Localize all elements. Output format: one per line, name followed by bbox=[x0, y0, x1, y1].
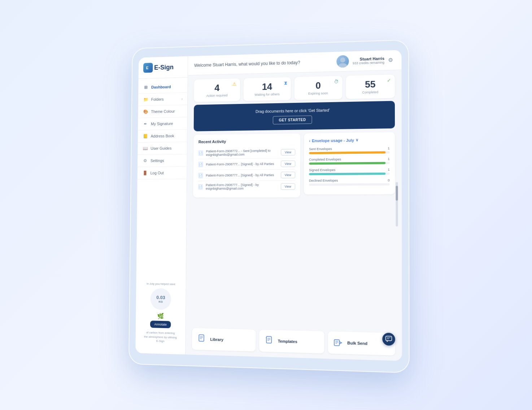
nav-item-theme-colour[interactable]: 🎨 Theme Colour bbox=[138, 105, 187, 118]
bottom-panels: Recent Activity 📄 Patient-Form-2908772..… bbox=[186, 132, 402, 333]
activity-text: Patient-Form-2908777... [Signed] - by es… bbox=[206, 183, 278, 191]
timer-icon: ⏱ bbox=[334, 79, 339, 84]
svg-point-1 bbox=[340, 57, 345, 62]
stat-action-required[interactable]: ⚠ 4 Action required bbox=[194, 78, 240, 102]
annotate-button[interactable]: Annotate bbox=[150, 321, 171, 328]
svg-rect-3 bbox=[199, 335, 204, 341]
svg-point-2 bbox=[338, 63, 347, 68]
sent-bar bbox=[309, 151, 385, 154]
left-panel: Recent Activity 📄 Patient-Form-2908772..… bbox=[192, 133, 300, 331]
welcome-text: Welcome Stuart Harris, what would you li… bbox=[194, 60, 300, 68]
bulk-send-label: Bulk Send bbox=[347, 341, 367, 346]
completed-bar-bg bbox=[309, 162, 390, 165]
library-card[interactable]: Library bbox=[192, 328, 256, 352]
carbon-cloud: 0.03 KG bbox=[150, 288, 171, 310]
sent-bar-bg bbox=[309, 151, 389, 154]
view-button[interactable]: View bbox=[281, 149, 295, 156]
nav-item-my-signature[interactable]: ✒ My Signature bbox=[138, 117, 187, 130]
templates-icon bbox=[264, 336, 274, 346]
chevron-down-icon[interactable]: ∨ bbox=[356, 138, 358, 142]
activity-item: 📄 Patient-Form-2908777... [Signed] - by … bbox=[198, 170, 295, 181]
stat-completed[interactable]: ✓ 55 Completed bbox=[346, 75, 395, 99]
settings-gear-icon[interactable]: ⚙ bbox=[388, 57, 395, 64]
upload-area: Drag documents here or click 'Get Starte… bbox=[194, 101, 395, 131]
nav-label: Folders bbox=[151, 97, 164, 101]
user-credits: 933 credits remaining bbox=[353, 61, 384, 65]
nav-item-log-out[interactable]: 🚪 Log Out bbox=[138, 167, 187, 179]
app-logo[interactable]: E E-Sign bbox=[143, 62, 183, 73]
stat-label: Waiting for others bbox=[249, 92, 285, 97]
view-button[interactable]: View bbox=[281, 172, 295, 178]
avatar bbox=[336, 55, 349, 68]
envelope-title: ‹ Envelope usage - July ∨ bbox=[309, 138, 358, 143]
nav-item-settings[interactable]: ⚙ Settings bbox=[138, 154, 187, 167]
scrollbar-thumb[interactable] bbox=[396, 186, 398, 201]
stat-number: 55 bbox=[352, 79, 389, 90]
stat-waiting-others[interactable]: ⧗ 14 Waiting for others bbox=[244, 77, 291, 101]
check-circle-icon: ✓ bbox=[387, 78, 391, 83]
declined-bar-bg bbox=[309, 183, 390, 186]
scrollbar-track[interactable] bbox=[396, 182, 398, 227]
doc-icon: 📄 bbox=[198, 184, 203, 190]
stats-row: ⚠ 4 Action required ⧗ 14 Waiting for oth… bbox=[188, 70, 402, 105]
carbon-widget: In July you helped save 0.03 KG 🌿 Annota… bbox=[140, 282, 181, 345]
envelope-completed-row: Completed Envelopes 1 bbox=[309, 157, 390, 165]
user-area: Stuart Harris 933 credits remaining ⚙ bbox=[336, 54, 395, 68]
declined-label: Declined Envelopes bbox=[309, 179, 338, 182]
nav-label: My Signature bbox=[151, 121, 173, 126]
view-button[interactable]: View bbox=[281, 183, 295, 190]
activity-text: Patient-Form-2908772... - Sent [complete… bbox=[206, 149, 278, 157]
carbon-unit: KG bbox=[156, 300, 165, 304]
nav-label: Settings bbox=[151, 158, 164, 163]
svg-rect-12 bbox=[334, 340, 339, 346]
library-icon bbox=[197, 334, 206, 344]
warning-icon: ⚠ bbox=[232, 81, 237, 87]
nav-item-dashboard[interactable]: ⊞ Dashboard bbox=[138, 80, 187, 94]
doc-icon: 📄 bbox=[198, 173, 203, 178]
nav-label: Dashboard bbox=[151, 85, 171, 90]
envelope-signed-row: Signed Envelopes 1 bbox=[309, 168, 390, 175]
stat-label: Action required bbox=[200, 93, 235, 98]
sent-count: 1 bbox=[388, 147, 389, 150]
recent-activity-title: Recent Activity bbox=[199, 139, 295, 144]
recent-activity-card: Recent Activity 📄 Patient-Form-2908772..… bbox=[193, 133, 300, 197]
hourglass-icon: ⧗ bbox=[284, 80, 287, 86]
envelope-usage-card: ‹ Envelope usage - July ∨ Sent Envelopes… bbox=[304, 132, 395, 195]
right-panel: ‹ Envelope usage - July ∨ Sent Envelopes… bbox=[304, 132, 395, 333]
nav-item-address-book[interactable]: 📒 Address Book bbox=[138, 130, 187, 143]
dashboard-icon: ⊞ bbox=[143, 84, 148, 90]
stat-number: 14 bbox=[249, 82, 285, 92]
app-name: E-Sign bbox=[154, 64, 174, 71]
settings-icon: ⚙ bbox=[142, 158, 148, 163]
carbon-title: In July you helped save bbox=[141, 282, 181, 286]
main-content: Welcome Stuart Harris, what would you li… bbox=[186, 50, 402, 361]
user-guides-icon: 📖 bbox=[143, 145, 148, 151]
templates-label: Templates bbox=[278, 339, 297, 344]
templates-card[interactable]: Templates bbox=[259, 330, 324, 353]
signed-bar-bg bbox=[309, 173, 390, 175]
completed-label: Completed Envelopes bbox=[309, 157, 341, 161]
user-info: Stuart Harris 933 credits remaining bbox=[353, 56, 384, 65]
nav-label: Address Book bbox=[151, 134, 174, 138]
stat-expiring-soon[interactable]: ⏱ 0 Expiring soon bbox=[294, 76, 342, 100]
doc-icon: 📄 bbox=[198, 162, 203, 167]
envelope-header: ‹ Envelope usage - July ∨ bbox=[309, 137, 389, 143]
bulk-send-icon bbox=[333, 337, 344, 348]
nav-item-user-guides[interactable]: 📖 User Guides bbox=[138, 142, 187, 155]
carbon-amount: 0.03 bbox=[156, 295, 165, 300]
signed-label: Signed Envelopes bbox=[309, 168, 335, 172]
svg-rect-16 bbox=[386, 336, 392, 341]
envelope-sent-row: Sent Envelopes 1 bbox=[309, 147, 389, 154]
activity-item: 📄 Patient-Form-2908777... [Signed] - by … bbox=[198, 181, 295, 193]
logout-icon: 🚪 bbox=[142, 170, 148, 176]
chevron-right-icon: › bbox=[182, 97, 183, 101]
stat-number: 4 bbox=[200, 83, 235, 93]
get-started-button[interactable]: GET STARTED bbox=[273, 115, 312, 125]
chevron-left-icon[interactable]: ‹ bbox=[309, 139, 310, 143]
chat-button[interactable] bbox=[382, 333, 395, 346]
logo-icon: E bbox=[143, 63, 153, 73]
nav-label: Theme Colour bbox=[151, 109, 175, 114]
view-button[interactable]: View bbox=[281, 161, 295, 167]
nav-label: Log Out bbox=[151, 171, 164, 175]
nav-item-folders[interactable]: 📁 Folders › bbox=[138, 93, 188, 106]
